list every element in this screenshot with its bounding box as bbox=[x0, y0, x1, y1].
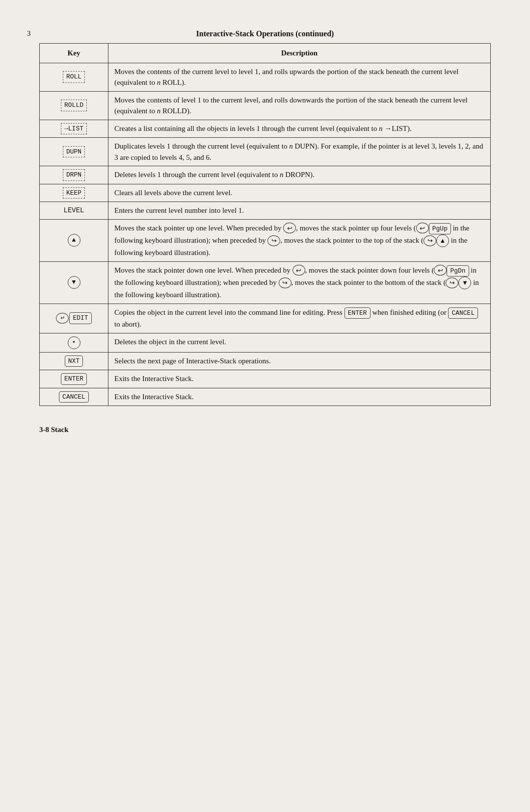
key-rolld: ROLLD bbox=[61, 100, 87, 111]
cancel-key: CANCEL bbox=[59, 391, 89, 403]
key-cell-up: ▲ bbox=[40, 219, 108, 261]
pgdn-key: PgDn bbox=[447, 265, 469, 277]
key-roll: ROLL bbox=[63, 71, 85, 83]
key-dupn: DUPN bbox=[63, 146, 85, 158]
col-header-key: Key bbox=[40, 44, 108, 63]
key-cell-edit: ↩EDIT bbox=[40, 304, 108, 333]
back-arrow-icon-2: ↩ bbox=[416, 223, 429, 233]
key-cell-dot: • bbox=[40, 333, 108, 352]
right-arrow-icon: ↪ bbox=[267, 235, 280, 246]
back-edit-group: ↩EDIT bbox=[56, 312, 91, 324]
table-row: DRPN Deletes levels 1 through the curren… bbox=[40, 166, 491, 184]
key-cell-cancel: CANCEL bbox=[40, 388, 108, 406]
col-header-description: Description bbox=[108, 44, 491, 63]
cancel-key-inline: CANCEL bbox=[448, 307, 478, 319]
edit-key: EDIT bbox=[69, 312, 91, 324]
page-title: Interactive-Stack Operations (continued) bbox=[39, 29, 491, 38]
key-drpn: DRPN bbox=[63, 169, 85, 181]
back-arrow-icon-3: ↩ bbox=[292, 265, 305, 276]
key-cell-level: LEVEL bbox=[40, 202, 108, 220]
key-cell-nxt: NXT bbox=[40, 352, 108, 370]
table-row: NXT Selects the next page of Interactive… bbox=[40, 352, 491, 370]
table-row: →LIST Creates a list containing all the … bbox=[40, 120, 491, 138]
desc-nxt: Selects the next page of Interactive-Sta… bbox=[108, 352, 491, 370]
desc-list: Creates a list containing all the object… bbox=[108, 120, 491, 138]
table-row: • Deletes the object in the current leve… bbox=[40, 333, 491, 352]
key-cell-keep: KEEP bbox=[40, 184, 108, 202]
desc-edit: Copies the object in the current level i… bbox=[108, 304, 491, 333]
key-cell-drpn: DRPN bbox=[40, 166, 108, 184]
enter-key: ENTER bbox=[61, 373, 87, 385]
page-number-left: 3 bbox=[27, 29, 31, 38]
back-arrow-icon: ↩ bbox=[283, 223, 296, 233]
right-arrow-icon-4: ↪ bbox=[446, 278, 458, 288]
dot-icon: • bbox=[68, 336, 80, 349]
key-cell-list: →LIST bbox=[40, 120, 108, 138]
back-arrow-edit-icon: ↩ bbox=[56, 313, 69, 324]
nxt-key: NXT bbox=[65, 355, 83, 367]
up-arrow-icon: ▲ bbox=[68, 234, 80, 247]
table-row: DUPN Duplicates levels 1 through the cur… bbox=[40, 138, 491, 166]
right-arrow-icon-3: ↪ bbox=[279, 278, 292, 288]
desc-dot: Deletes the object in the current level. bbox=[108, 333, 491, 352]
desc-keep: Clears all levels above the current leve… bbox=[108, 184, 491, 202]
table-row: ▼ Moves the stack pointer down one level… bbox=[40, 261, 491, 304]
desc-enter: Exits the Interactive Stack. bbox=[108, 370, 491, 388]
table-row: CANCEL Exits the Interactive Stack. bbox=[40, 388, 491, 406]
desc-dupn: Duplicates levels 1 through the current … bbox=[108, 138, 491, 166]
right-arrow-icon-2: ↪ bbox=[424, 235, 436, 246]
down-arrow-icon-2: ▼ bbox=[458, 277, 471, 289]
key-keep: KEEP bbox=[63, 187, 85, 199]
table-row: ▲ Moves the stack pointer up one level. … bbox=[40, 219, 491, 261]
table-row: KEEP Clears all levels above the current… bbox=[40, 184, 491, 202]
desc-up: Moves the stack pointer up one level. Wh… bbox=[108, 219, 491, 261]
table-row: ↩EDIT Copies the object in the current l… bbox=[40, 304, 491, 333]
desc-rolld: Moves the contents of level 1 to the cur… bbox=[108, 91, 491, 120]
operations-table: Key Description ROLL Moves the contents … bbox=[39, 43, 491, 406]
back-arrow-icon-4: ↩ bbox=[434, 265, 447, 276]
table-row: ROLLD Moves the contents of level 1 to t… bbox=[40, 91, 491, 120]
enter-key-inline: ENTER bbox=[344, 307, 371, 319]
key-list: →LIST bbox=[61, 123, 87, 135]
pgup-key: PgUp bbox=[429, 223, 451, 235]
key-cell-enter: ENTER bbox=[40, 370, 108, 388]
key-cell-dupn: DUPN bbox=[40, 138, 108, 166]
key-cell-down: ▼ bbox=[40, 261, 108, 304]
down-arrow-icon: ▼ bbox=[68, 276, 80, 289]
desc-roll: Moves the contents of the current level … bbox=[108, 63, 491, 91]
key-cell-rolld: ROLLD bbox=[40, 91, 108, 120]
footer-label: 3-8 Stack bbox=[39, 426, 491, 434]
up-arrow-icon-2: ▲ bbox=[436, 234, 449, 247]
table-row: ROLL Moves the contents of the current l… bbox=[40, 63, 491, 91]
desc-cancel: Exits the Interactive Stack. bbox=[108, 388, 491, 406]
table-row: ENTER Exits the Interactive Stack. bbox=[40, 370, 491, 388]
desc-drpn: Deletes levels 1 through the current lev… bbox=[108, 166, 491, 184]
key-cell-roll: ROLL bbox=[40, 63, 108, 91]
desc-level: Enters the current level number into lev… bbox=[108, 202, 491, 220]
key-level: LEVEL bbox=[63, 206, 84, 214]
table-row: LEVEL Enters the current level number in… bbox=[40, 202, 491, 220]
desc-down: Moves the stack pointer down one level. … bbox=[108, 261, 491, 304]
